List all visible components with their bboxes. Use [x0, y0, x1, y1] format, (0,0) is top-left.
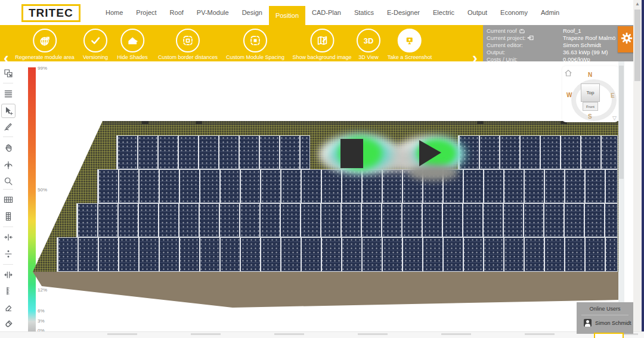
scrollbar-up-arrow-icon[interactable]: ▲ — [633, 1, 642, 7]
module-area-grid-icon — [4, 195, 13, 204]
nav-item-home[interactable]: Home — [99, 0, 129, 25]
hand-icon — [4, 142, 13, 152]
eraser-icon — [4, 303, 13, 312]
position-toolbar: ‹ Regenerate module area Versioning Hide… — [0, 25, 483, 61]
view-navigation-widget[interactable]: N E S W Top Front — [562, 66, 618, 122]
drawing-tools-sidebar — [0, 61, 16, 338]
pv-module-row-4[interactable] — [57, 237, 618, 272]
module-spacing-icon — [243, 29, 267, 52]
custom-border-distances-button[interactable]: Custom border distances — [158, 29, 218, 60]
current-project-value: Trapeze Roof Malmö — [563, 35, 615, 41]
horizontal-spacing-tool[interactable] — [2, 231, 15, 244]
regenerate-module-area-icon — [33, 29, 57, 52]
pv-module-row-1-left[interactable] — [116, 135, 310, 169]
measure-tool[interactable] — [2, 284, 15, 297]
toolbar-button-label: Custom Module Spacing — [226, 54, 284, 60]
roof-edge-object — [196, 121, 202, 124]
3d-icon: 3D — [357, 29, 380, 52]
obstacle-cube[interactable] — [340, 139, 363, 168]
roof-edge-object — [142, 121, 148, 124]
nav-item-design[interactable]: Design — [236, 0, 269, 25]
show-background-image-button[interactable]: Show background image — [292, 29, 351, 60]
compass-south[interactable]: S — [588, 113, 592, 120]
nav-item-pv-module[interactable]: PV-Module — [190, 0, 236, 25]
distribute-columns-tool[interactable] — [2, 268, 15, 281]
main-menu: Home Project Roof PV-Module Design Posit… — [99, 0, 566, 25]
project-switch-icon[interactable] — [527, 35, 534, 41]
toolbar-button-label: 3D View — [358, 54, 378, 60]
output-value: 36.63 kWp (99 M) — [563, 49, 608, 55]
custom-module-spacing-button[interactable]: Custom Module Spacing — [226, 29, 284, 60]
single-module-tool[interactable] — [2, 210, 15, 223]
zoom-tool[interactable] — [2, 175, 15, 188]
app-window: TRITEC Home Project Roof PV-Module Desig… — [0, 0, 644, 338]
roof-ridge-edge — [103, 121, 618, 125]
nav-item-e-designer[interactable]: E-Designer — [380, 0, 426, 25]
house-icon — [120, 29, 144, 52]
camera-dropdown-icon[interactable]: ▽ — [612, 115, 617, 121]
compass-east[interactable]: E — [611, 92, 615, 99]
toolbar-button-label: Show background image — [292, 54, 351, 60]
roof-switch-icon[interactable] — [519, 28, 525, 33]
select-objects-tool[interactable] — [2, 67, 15, 80]
3d-view-button[interactable]: 3D 3D View — [357, 29, 380, 60]
obstacle-wedge[interactable] — [419, 140, 443, 169]
take-screenshot-button[interactable]: Take a Screenshot — [388, 29, 432, 60]
nav-item-output[interactable]: Output — [461, 0, 494, 25]
window-edge — [642, 0, 644, 338]
regenerate-module-area-button[interactable]: Regenerate module area — [15, 29, 75, 60]
checkmark-icon — [83, 29, 107, 52]
status-bar-truncated — [0, 331, 644, 338]
layer-list-tool[interactable] — [2, 87, 15, 100]
eraser-tool[interactable] — [2, 301, 15, 314]
magnifier-icon — [4, 176, 13, 186]
canvas-scrollbar-thumb[interactable] — [619, 66, 624, 179]
module-area-grid-tool[interactable] — [2, 193, 15, 206]
user-avatar-icon — [584, 319, 592, 327]
pv-module-row-1-right[interactable] — [458, 135, 618, 169]
compass-north[interactable]: N — [588, 72, 592, 78]
pv-module-row-3[interactable] — [76, 203, 618, 237]
view-cube-front-face[interactable]: Front — [583, 102, 598, 111]
view-cube-top-face[interactable]: Top — [581, 83, 600, 102]
move-select-tool-selected[interactable] — [1, 104, 16, 118]
hide-shades-button[interactable]: Hide Shades — [117, 29, 148, 60]
online-user-row: Simon Schmidt — [577, 315, 633, 327]
draw-tool[interactable] — [2, 120, 15, 133]
info-label: Current roof — [487, 27, 525, 34]
versioning-button[interactable]: Versioning — [83, 29, 108, 60]
online-users-title: Online Users — [577, 302, 633, 312]
toolbar-button-label: Regenerate module area — [15, 54, 75, 60]
select-objects-icon — [4, 69, 13, 78]
nav-item-electric[interactable]: Electric — [426, 0, 461, 25]
map-icon — [310, 29, 334, 52]
vertical-spacing-tool[interactable] — [2, 247, 15, 261]
snap-magnet-tool[interactable] — [2, 318, 15, 331]
nav-item-roof[interactable]: Roof — [163, 0, 190, 25]
nav-item-cad-plan[interactable]: CAD-Plan — [305, 0, 348, 25]
partial-brand-logo — [594, 333, 624, 338]
pan-tool[interactable] — [2, 141, 15, 154]
nav-item-economy[interactable]: Economy — [494, 0, 534, 25]
toolbar-button-label: Versioning — [83, 54, 108, 60]
toolbar-button-label: Hide Shades — [117, 54, 148, 60]
home-view-icon[interactable] — [564, 69, 572, 79]
magnet-icon — [4, 320, 13, 329]
toolbar-button-label: Take a Screenshot — [388, 54, 432, 60]
nav-item-admin[interactable]: Admin — [534, 0, 566, 25]
vertical-spacing-icon — [4, 249, 13, 259]
brand-logo[interactable]: TRITEC — [21, 4, 80, 22]
online-users-panel: Online Users Simon Schmidt — [577, 302, 633, 334]
current-editor-value: Simon Schmidt — [563, 42, 601, 48]
single-module-icon — [4, 212, 13, 221]
info-label: Current project: — [487, 35, 534, 41]
nav-item-statics[interactable]: Statics — [348, 0, 380, 25]
toolbar-button-label: Custom border distances — [158, 54, 218, 60]
nav-item-position-active[interactable]: Position — [269, 6, 305, 25]
nav-item-project[interactable]: Project — [129, 0, 163, 25]
roof-design-canvas[interactable]: 99% 50% 25% 12% 6% 3% 0% — [16, 61, 618, 338]
rotate-point-tool[interactable] — [2, 159, 15, 172]
browser-scrollbar-thumb[interactable] — [634, 10, 640, 81]
compass-west[interactable]: W — [566, 92, 572, 98]
info-label: Current editor: — [487, 42, 523, 48]
